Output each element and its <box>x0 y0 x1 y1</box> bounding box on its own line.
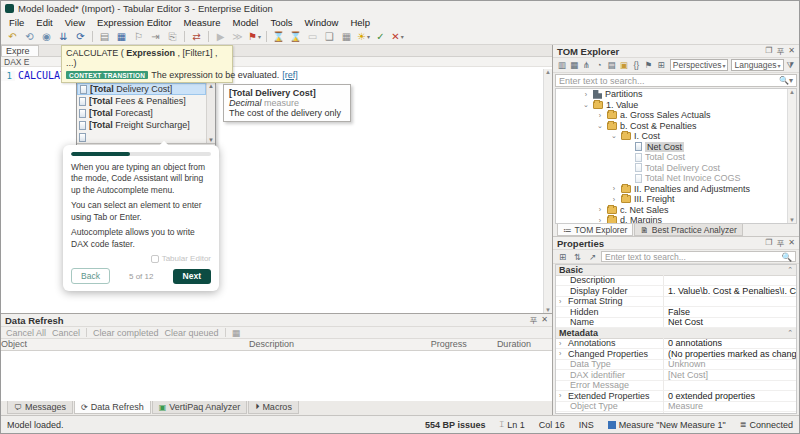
show-columns-icon[interactable]: ▥ <box>556 59 567 71</box>
column-header-object[interactable]: Object <box>1 339 249 350</box>
properties-grid[interactable]: Basic⌃DescriptionDisplay Folder1. Value\… <box>555 264 797 414</box>
tree-item[interactable]: ›d. Margins <box>556 215 796 224</box>
comment-icon[interactable]: ❑ <box>322 30 337 44</box>
show-partitions-icon[interactable]: ◔ <box>593 59 604 71</box>
collapse-icon[interactable]: ⌃ <box>787 329 793 337</box>
menu-model[interactable]: Model <box>227 17 265 28</box>
user-profile-icon[interactable]: ◉ <box>39 30 54 44</box>
chevron-down-icon[interactable]: ⌄ <box>596 122 604 130</box>
scroll-up-icon[interactable]: ▲ <box>208 83 214 89</box>
tree-item[interactable]: ⌄b. Cost & Penalties <box>556 121 796 132</box>
pending-undo-icon[interactable]: ⌛ <box>288 30 303 44</box>
property-row[interactable]: StateReady <box>556 412 796 414</box>
clear-icon[interactable]: ✕▾ <box>390 30 405 44</box>
expression-editor[interactable]: Expre DAX E 1 CALCULATE(Total) CALCULATE… <box>1 45 552 313</box>
properties-search-box[interactable]: Enter text to search... 🔍 <box>601 251 796 262</box>
tab-best-practice-analyzer[interactable]: 🗎Best Practice Analyzer <box>634 224 743 236</box>
autocomplete-item[interactable]: [Total Freight Surcharge] <box>77 119 206 131</box>
property-row[interactable]: Data TypeUnknown <box>556 360 796 371</box>
property-value[interactable]: 0 annotations <box>664 338 796 348</box>
clear-completed-button[interactable]: Clear completed <box>93 328 159 338</box>
property-value[interactable]: 0 extended properties <box>664 391 796 401</box>
back-button[interactable]: Back <box>71 268 110 284</box>
property-row[interactable]: ›Extended Properties0 extended propertie… <box>556 391 796 402</box>
categorized-view-icon[interactable]: ⊞ <box>556 251 569 263</box>
autocomplete-item[interactable] <box>77 131 206 143</box>
column-header-duration[interactable]: Duration <box>497 339 552 350</box>
pin-icon[interactable]: 푸 <box>776 238 784 249</box>
show-measures-icon[interactable]: ▦ <box>568 59 579 71</box>
tree-item[interactable]: ›c. Net Sales <box>556 205 796 216</box>
cancel-button[interactable]: Cancel <box>52 328 80 338</box>
chevron-down-icon[interactable]: ⌄ <box>610 132 618 140</box>
tree-item[interactable]: ›III. Freight <box>556 194 796 205</box>
perspectives-dropdown[interactable]: Perspectives▾ <box>670 59 729 71</box>
property-value[interactable]: [Net Cost] <box>664 370 796 380</box>
property-value[interactable]: Measure <box>664 401 796 411</box>
autocomplete-item[interactable]: [Total Forecast] <box>77 107 206 119</box>
editor-vertical-scrollbar[interactable]: ▲▼ <box>543 69 552 313</box>
collapse-icon[interactable]: ⌃ <box>787 266 793 274</box>
import-icon[interactable]: ⇊ <box>56 30 71 44</box>
property-row[interactable]: DAX identifier[Net Cost] <box>556 370 796 381</box>
column-header-description[interactable]: Description <box>249 339 431 350</box>
property-value[interactable]: 1. Value\b. Cost & Penalties\I. Cost <box>664 286 796 296</box>
tab-messages[interactable]: 🗩Messages <box>7 401 73 414</box>
properties-section-metadata[interactable]: Metadata⌃ <box>556 328 796 339</box>
property-row[interactable]: NameNet Cost <box>556 318 796 329</box>
grid-icon[interactable]: ▦ <box>339 30 354 44</box>
notification-icon[interactable]: ⚐ <box>131 30 146 44</box>
new-measure-icon[interactable]: ▦ <box>114 30 129 44</box>
tree-item[interactable]: ›a. Gross Sales Actuals <box>556 110 796 121</box>
scroll-down-icon[interactable]: ▼ <box>789 217 795 223</box>
show-tables-icon[interactable]: ▤ <box>606 59 617 71</box>
restore-icon[interactable]: ❐ <box>765 46 772 57</box>
clear-queued-button[interactable]: Clear queued <box>165 328 219 338</box>
tab-vertipaq-analyzer[interactable]: ▣VertiPaq Analyzer <box>152 401 248 414</box>
property-value[interactable]: False <box>664 307 796 317</box>
properties-section-basic[interactable]: Basic⌃ <box>556 265 796 276</box>
alphabetical-sort-icon[interactable]: ⇅ <box>571 251 584 263</box>
history-icon[interactable]: ⟲ <box>22 30 37 44</box>
property-row[interactable]: Error Message <box>556 381 796 392</box>
property-value[interactable]: Ready <box>664 412 796 414</box>
filter-icon[interactable]: ⧩ <box>785 59 796 71</box>
chevron-right-icon[interactable]: › <box>610 185 618 192</box>
tom-search-box[interactable]: Enter text to search... 🔍▾ <box>555 74 797 87</box>
tree-item[interactable]: Total Cost <box>556 152 796 163</box>
refresh-icon[interactable]: ⟳ <box>73 30 88 44</box>
popout-icon[interactable]: ↗ <box>586 251 599 263</box>
matrix-icon[interactable]: ⊞ <box>655 59 666 71</box>
tab-macros[interactable]: ⏵Macros <box>248 401 299 414</box>
scroll-up-icon[interactable]: ▲ <box>545 69 551 75</box>
chevron-down-icon[interactable]: ⌄ <box>582 101 590 109</box>
languages-dropdown[interactable]: Languages▾ <box>731 59 783 71</box>
tab-data-refresh[interactable]: ⟳Data Refresh <box>74 401 151 414</box>
chevron-right-icon[interactable]: › <box>559 392 568 399</box>
menu-window[interactable]: Window <box>299 17 345 28</box>
columns-icon[interactable]: ▦ <box>232 328 241 338</box>
connection-status[interactable]: Connected <box>749 420 793 430</box>
tree-item[interactable]: Net Cost <box>556 142 796 153</box>
menu-tools[interactable]: Tools <box>264 17 298 28</box>
next-button[interactable]: Next <box>173 269 211 284</box>
autocomplete-item[interactable]: [Total Fees & Penalties] <box>77 95 206 107</box>
scroll-up-icon[interactable]: ▲ <box>789 89 795 95</box>
tree-item[interactable]: Total Net Invoice COGS <box>556 173 796 184</box>
search-icon[interactable]: 🔍▾ <box>779 76 793 85</box>
menu-file[interactable]: File <box>3 17 30 28</box>
bp-issues-counter[interactable]: 554 BP issues <box>425 420 485 430</box>
flag-icon[interactable]: ⚑ <box>643 59 654 71</box>
property-row[interactable]: Object TypeMeasure <box>556 402 796 413</box>
chevron-right-icon[interactable]: › <box>596 206 604 213</box>
tom-model-tree[interactable]: ›Partitions⌄1. Value›a. Gross Sales Actu… <box>555 88 797 224</box>
tree-item[interactable]: ⌄1. Value <box>556 100 796 111</box>
show-folders-icon[interactable]: ▣ <box>618 59 629 71</box>
tree-item[interactable]: ›Partitions <box>556 89 796 100</box>
run-all-icon[interactable]: ≫ <box>230 30 245 44</box>
property-row[interactable]: HiddenFalse <box>556 307 796 318</box>
undo-icon[interactable]: ↶ <box>5 30 20 44</box>
chevron-right-icon[interactable]: › <box>596 112 604 119</box>
script-icon[interactable]: ⎘ <box>165 30 180 44</box>
property-value[interactable]: (No properties marked as changed) <box>664 349 796 359</box>
